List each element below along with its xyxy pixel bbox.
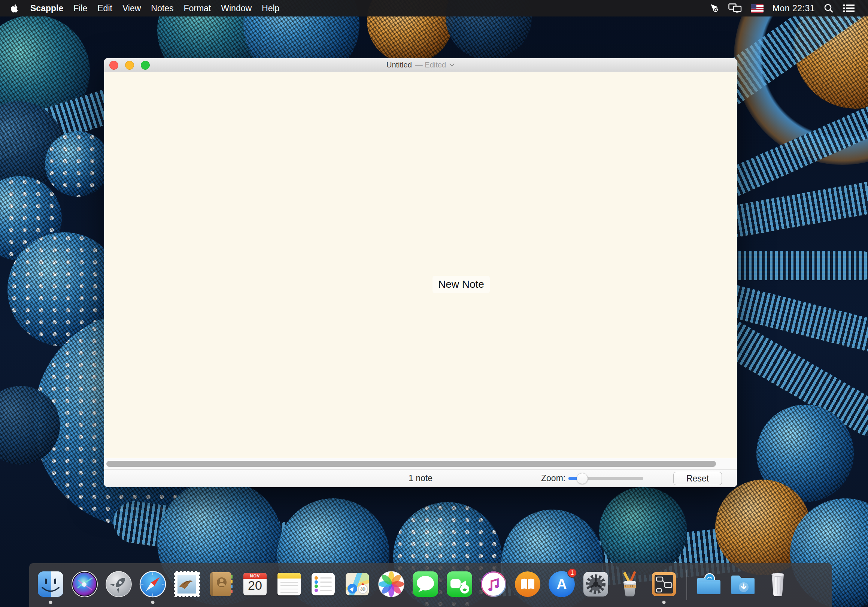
dock-art-tools[interactable]: [616, 570, 644, 598]
dock-itunes[interactable]: [480, 570, 507, 598]
calendar-day-label: 20: [243, 578, 267, 593]
menu-bar: Scapple File Edit View Notes Format Wind…: [0, 0, 868, 17]
maps-navigation-arrow: [347, 584, 357, 593]
horizontal-scrollbar-track[interactable]: [104, 458, 737, 469]
running-indicator: [662, 601, 666, 604]
menu-file[interactable]: File: [73, 3, 87, 14]
dock-calendar[interactable]: NOV 20: [241, 570, 269, 598]
dock-photos[interactable]: [377, 570, 405, 598]
dock-finder[interactable]: [37, 570, 64, 598]
dock-system-preferences[interactable]: [582, 570, 610, 598]
dock-notes[interactable]: [275, 570, 303, 598]
horizontal-scrollbar-thumb[interactable]: [106, 461, 716, 467]
menu-help[interactable]: Help: [262, 3, 279, 14]
dock-maps[interactable]: 3D: [343, 570, 371, 598]
window-status-bar: 1 note Zoom: Reset: [104, 469, 737, 487]
app-store-notification-badge: 1: [567, 568, 577, 578]
dock-safari[interactable]: [139, 570, 167, 598]
zoom-slider-thumb[interactable]: [577, 473, 588, 484]
menu-window[interactable]: Window: [221, 3, 252, 14]
menu-format[interactable]: Format: [183, 3, 211, 14]
menu-view[interactable]: View: [122, 3, 141, 14]
minimize-button[interactable]: [125, 61, 134, 70]
apple-menu-icon[interactable]: [11, 4, 19, 13]
app-store-glyph: A: [556, 576, 567, 592]
input-source-flag-icon[interactable]: [751, 4, 764, 13]
dock-siri[interactable]: [71, 570, 99, 598]
menu-app-name[interactable]: Scapple: [30, 3, 63, 14]
notification-center-icon[interactable]: [843, 3, 855, 13]
maps-3d-badge: 3D: [358, 584, 368, 594]
displays-icon[interactable]: [728, 3, 742, 13]
close-button[interactable]: [109, 61, 118, 70]
dock-messages[interactable]: [412, 570, 439, 598]
wallpaper-sphere: [599, 487, 687, 575]
running-indicator: [49, 601, 53, 604]
screen-sharing-cursor-icon[interactable]: [710, 3, 719, 13]
reset-zoom-button[interactable]: Reset: [673, 472, 722, 485]
note-new-note[interactable]: New Note: [432, 276, 490, 293]
title-chevron-down-icon[interactable]: [450, 63, 454, 67]
dock-books[interactable]: [514, 570, 541, 598]
menu-edit[interactable]: Edit: [98, 3, 112, 14]
zoom-label: Zoom:: [541, 473, 566, 483]
window-edited-label: — Edited: [415, 61, 446, 69]
dock-launchpad[interactable]: [105, 570, 133, 598]
wallpaper-sphere: [45, 131, 110, 197]
dock-mail[interactable]: [173, 570, 201, 598]
scapple-canvas[interactable]: New Note: [104, 72, 737, 458]
dock-reminders[interactable]: [309, 570, 337, 598]
dock-app-store[interactable]: A 1: [548, 570, 575, 598]
running-indicator: [151, 601, 155, 604]
dock-downloads-folder[interactable]: [730, 570, 758, 598]
dock-applications-folder[interactable]: [696, 570, 724, 598]
dock-contacts[interactable]: [207, 570, 235, 598]
zoom-slider[interactable]: [569, 477, 643, 480]
spotlight-search-icon[interactable]: [824, 3, 834, 13]
menu-bar-clock[interactable]: Mon 22:31: [772, 3, 815, 14]
window-titlebar[interactable]: Untitled — Edited: [104, 58, 737, 72]
dock-trash[interactable]: [764, 570, 792, 598]
zoom-button[interactable]: [141, 61, 150, 70]
scapple-window: Untitled — Edited New Note 1 note Zoom: …: [104, 58, 737, 487]
dock: NOV 20 3D: [29, 563, 832, 607]
dock-facetime[interactable]: [446, 570, 473, 598]
dock-divider: [687, 570, 687, 600]
window-title: Untitled: [386, 61, 412, 69]
menu-notes[interactable]: Notes: [151, 3, 174, 14]
dock-scapple[interactable]: [650, 570, 678, 598]
